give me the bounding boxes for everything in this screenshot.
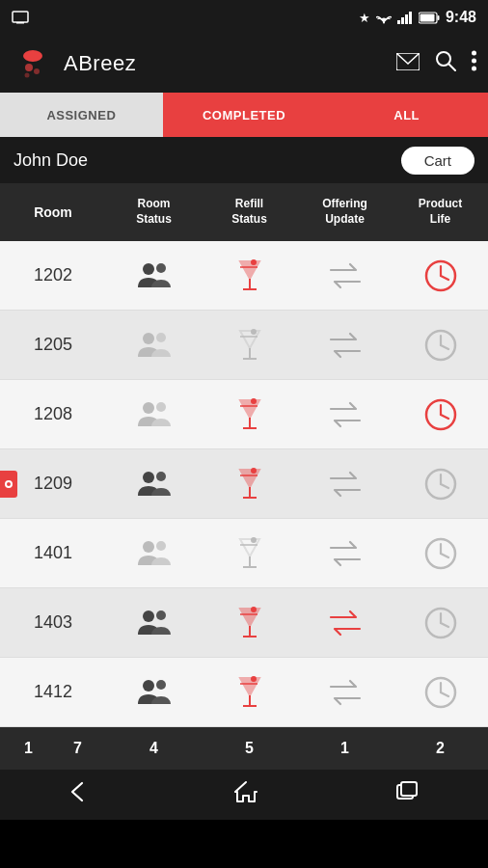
room-status-icon [106, 330, 202, 361]
table-row[interactable]: 1403 [0, 588, 488, 658]
svg-point-40 [143, 402, 154, 414]
svg-point-10 [23, 50, 42, 62]
svg-point-60 [143, 541, 154, 553]
svg-point-80 [143, 680, 154, 692]
svg-rect-3 [397, 20, 400, 24]
offering-update-icon [297, 262, 393, 289]
svg-marker-32 [240, 331, 259, 348]
svg-point-17 [472, 51, 476, 56]
svg-point-71 [156, 610, 166, 620]
app-title: ABreez [64, 51, 387, 76]
room-status-icon [106, 608, 202, 638]
table-row[interactable]: 1208 [0, 380, 488, 449]
recent-button[interactable] [396, 781, 420, 808]
summary-room-cols: 1 7 [0, 740, 106, 757]
svg-point-51 [156, 472, 166, 481]
summary-bar: 1 7 4 5 1 2 [0, 727, 488, 770]
refill-status-icon [202, 605, 297, 641]
user-row: John Doe Cart [0, 137, 488, 183]
svg-rect-5 [405, 14, 408, 24]
table-row[interactable]: 1401 [0, 519, 488, 588]
product-life-icon [393, 536, 488, 571]
svg-line-29 [441, 276, 448, 280]
svg-point-76 [251, 607, 257, 612]
room-status-icon [106, 469, 202, 500]
app-bar-actions [396, 50, 476, 77]
refill-status-icon [202, 466, 297, 502]
header-room: Room [0, 204, 106, 220]
tab-completed[interactable]: COMPLETED [163, 93, 326, 137]
app-bar: ABreez [0, 35, 488, 93]
door-hanger-indicator [0, 471, 17, 498]
table-header: Room RoomStatus RefillStatus OfferingUpd… [0, 183, 488, 241]
svg-marker-52 [240, 470, 259, 487]
summary-col-1: 4 [106, 740, 202, 757]
table-body: 1202 1205 [0, 241, 488, 727]
user-name: John Doe [14, 150, 88, 171]
svg-rect-6 [409, 12, 412, 24]
room-number: 1412 [0, 682, 106, 702]
room-number: 1401 [0, 543, 106, 563]
summary-col-4: 2 [393, 740, 488, 757]
svg-point-26 [251, 259, 257, 265]
svg-point-19 [472, 67, 476, 71]
svg-rect-9 [420, 14, 434, 21]
product-life-icon [393, 258, 488, 293]
signal-icon [397, 12, 413, 24]
svg-point-41 [156, 402, 166, 412]
product-life-icon [393, 328, 488, 363]
svg-line-16 [448, 64, 455, 70]
svg-line-39 [441, 345, 448, 349]
svg-point-11 [25, 64, 33, 71]
status-bar: ★ 9:48 [0, 0, 488, 35]
tab-all[interactable]: ALL [325, 93, 488, 137]
table-row[interactable]: 1205 [0, 311, 488, 380]
header-offering-update: OfferingUpdate [297, 197, 393, 227]
offering-update-icon [297, 401, 393, 428]
summary-col-3: 1 [297, 740, 393, 757]
bottom-nav [0, 770, 488, 820]
back-button[interactable] [68, 781, 95, 808]
room-status-icon [106, 538, 202, 569]
svg-point-50 [143, 472, 154, 483]
offering-update-icon [297, 332, 393, 359]
offering-update-icon [297, 540, 393, 567]
product-life-icon [393, 606, 488, 640]
table-row[interactable]: 1412 [0, 658, 488, 727]
product-life-icon [393, 467, 488, 502]
svg-line-59 [441, 484, 448, 488]
svg-line-79 [441, 623, 448, 627]
svg-point-70 [143, 610, 154, 622]
svg-rect-4 [401, 17, 404, 24]
header-refill-status: RefillStatus [202, 197, 297, 227]
svg-point-66 [251, 537, 257, 543]
svg-point-20 [143, 263, 154, 275]
svg-point-12 [34, 68, 40, 74]
bluetooth-icon: ★ [359, 11, 370, 25]
svg-marker-22 [240, 261, 259, 279]
table-row[interactable]: 1202 [0, 241, 488, 311]
svg-point-36 [251, 329, 257, 335]
more-icon[interactable] [472, 50, 476, 77]
tabs-bar: ASSIGNED COMPLETED ALL [0, 93, 488, 137]
cart-button[interactable]: Cart [401, 147, 474, 175]
svg-point-81 [156, 680, 166, 690]
tab-assigned[interactable]: ASSIGNED [0, 93, 163, 137]
room-number: 1205 [0, 335, 106, 355]
summary-col-2: 5 [202, 740, 297, 757]
product-life-icon [393, 397, 488, 432]
svg-point-61 [156, 541, 166, 551]
refill-status-icon [202, 674, 297, 711]
header-room-status: RoomStatus [106, 197, 202, 227]
table-row[interactable]: 1209 [0, 449, 488, 519]
refill-status-icon [202, 327, 297, 364]
room-status-icon [106, 399, 202, 430]
room-number: 1403 [0, 612, 106, 633]
home-button[interactable] [233, 780, 258, 809]
battery-icon [419, 12, 440, 24]
svg-point-18 [472, 59, 476, 64]
svg-rect-0 [13, 12, 28, 22]
svg-rect-1 [16, 22, 24, 24]
search-icon[interactable] [435, 50, 456, 77]
mail-icon[interactable] [396, 51, 420, 76]
